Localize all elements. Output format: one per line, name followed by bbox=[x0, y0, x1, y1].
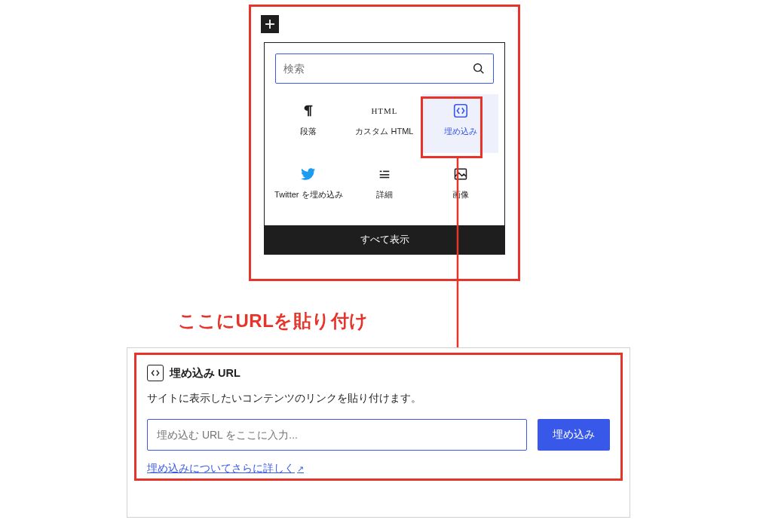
block-embed[interactable]: 埋め込み bbox=[422, 94, 498, 153]
block-paragraph[interactable]: 段落 bbox=[271, 94, 347, 153]
learn-more-text: 埋め込みについてさらに詳しく bbox=[147, 462, 295, 475]
block-label: カスタム HTML bbox=[355, 126, 413, 137]
block-label: Twitter を埋め込み bbox=[274, 189, 342, 200]
block-label: 埋め込み bbox=[444, 126, 477, 137]
block-details[interactable]: 詳細 bbox=[347, 157, 423, 216]
embed-panel-title: 埋め込み URL bbox=[170, 366, 240, 381]
svg-point-2 bbox=[474, 64, 482, 72]
block-label: 段落 bbox=[300, 126, 317, 137]
block-search-input[interactable] bbox=[283, 63, 472, 75]
twitter-icon bbox=[299, 165, 317, 183]
paragraph-icon bbox=[299, 102, 317, 120]
block-label: 詳細 bbox=[376, 189, 393, 200]
url-input-row: 埋め込み bbox=[147, 419, 610, 451]
plus-icon bbox=[264, 18, 276, 30]
block-grid: 段落 HTML カスタム HTML 埋め込み Twitt bbox=[265, 91, 504, 225]
show-all-button[interactable]: すべて表示 bbox=[265, 225, 504, 254]
html-icon: HTML bbox=[375, 102, 394, 120]
embed-icon bbox=[147, 365, 164, 381]
svg-rect-4 bbox=[454, 105, 467, 118]
svg-line-3 bbox=[481, 71, 484, 74]
block-label: 画像 bbox=[452, 189, 469, 200]
search-icon bbox=[472, 62, 486, 75]
embed-description: サイトに表示したいコンテンツのリンクを貼り付けます。 bbox=[147, 392, 610, 405]
annotation-text: ここにURLを貼り付け bbox=[178, 309, 369, 333]
block-image[interactable]: 画像 bbox=[422, 157, 498, 216]
inserter-popover: 段落 HTML カスタム HTML 埋め込み Twitt bbox=[264, 42, 505, 255]
embed-url-panel: 埋め込み URL サイトに表示したいコンテンツのリンクを貼り付けます。 埋め込み… bbox=[127, 347, 630, 518]
external-link-icon: ↗ bbox=[297, 464, 304, 474]
learn-more-link[interactable]: 埋め込みについてさらに詳しく ↗ bbox=[147, 462, 304, 475]
embed-title-row: 埋め込み URL bbox=[147, 365, 610, 381]
add-block-button[interactable] bbox=[261, 15, 279, 33]
embed-url-input[interactable] bbox=[147, 419, 527, 451]
block-custom-html[interactable]: HTML カスタム HTML bbox=[347, 94, 423, 153]
details-icon bbox=[375, 165, 394, 183]
block-twitter[interactable]: Twitter を埋め込み bbox=[271, 157, 347, 216]
block-inserter-panel: 段落 HTML カスタム HTML 埋め込み Twitt bbox=[255, 11, 514, 276]
image-icon bbox=[452, 165, 470, 183]
embed-submit-button[interactable]: 埋め込み bbox=[538, 419, 610, 451]
embed-icon bbox=[452, 102, 470, 120]
search-row bbox=[275, 54, 494, 84]
